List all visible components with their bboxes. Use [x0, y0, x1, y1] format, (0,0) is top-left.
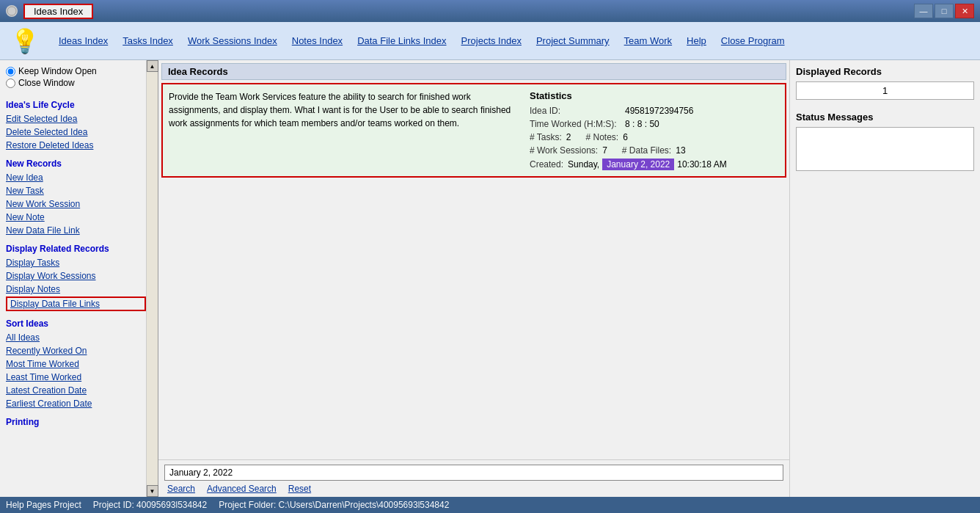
data-files-label: # Data Files: [622, 145, 671, 156]
status-messages-value [796, 127, 974, 171]
menu-item-work-sessions-index[interactable]: Work Sessions Index [182, 32, 283, 49]
content-area: Idea Records Provide the Team Work Servi… [158, 60, 789, 497]
time-worked-value: 8 : 8 : 50 [625, 119, 659, 129]
display-notes-link[interactable]: Display Notes [6, 283, 146, 295]
project-id-label: Project ID: 40095693l534842 [93, 500, 207, 510]
most-time-worked-link[interactable]: Most Time Worked [6, 358, 146, 370]
center-panel: ▲ ▼ Idea Records Provide the Team Work S… [147, 60, 789, 497]
new-work-session-link[interactable]: New Work Session [6, 198, 146, 210]
created-day: Sunday, [568, 159, 599, 170]
earliest-creation-date-link[interactable]: Earliest Creation Date [6, 398, 146, 410]
new-records-section: New Records [6, 159, 146, 169]
menu-item-close-program[interactable]: Close Program [715, 32, 791, 49]
displayed-records-title: Displayed Records [796, 66, 974, 77]
search-input-row [164, 465, 783, 481]
new-data-file-link-link[interactable]: New Data File Link [6, 225, 146, 236]
notes-label: # Notes: [586, 132, 619, 142]
status-bar: Help Pages Project Project ID: 40095693l… [0, 497, 980, 513]
statistics-header: Statistics [530, 90, 779, 101]
displayed-records-value: 1 [796, 81, 974, 100]
edit-selected-idea-link[interactable]: Edit Selected Idea [6, 113, 146, 125]
scroll-down-button[interactable]: ▼ [147, 485, 158, 497]
latest-creation-date-link[interactable]: Latest Creation Date [6, 385, 146, 396]
created-time: 10:30:18 AM [677, 159, 726, 170]
delete-selected-idea-link[interactable]: Delete Selected Idea [6, 126, 146, 138]
data-files-value: 13 [676, 145, 685, 156]
idea-records-list: Provide the Team Work Services feature t… [158, 80, 789, 459]
search-button[interactable]: Search [167, 484, 195, 494]
recently-worked-on-link[interactable]: Recently Worked On [6, 345, 146, 357]
restore-deleted-ideas-link[interactable]: Restore Deleted Ideas [6, 139, 146, 151]
keep-window-open-radio[interactable]: Keep Window Open [6, 66, 146, 76]
ideas-lifecycle-section: Idea's Life Cycle [6, 100, 146, 110]
time-h: 8 [625, 119, 630, 129]
display-data-file-links-link[interactable]: Display Data File Links [6, 296, 146, 311]
idea-records-header: Idea Records [161, 63, 786, 80]
idea-description: Provide the Team Work Services feature t… [169, 90, 521, 170]
menu-item-project-summary[interactable]: Project Summary [530, 32, 615, 49]
restore-button[interactable]: □ [935, 4, 954, 18]
printing-section: Printing [6, 417, 146, 427]
bulb-icon: 💡 [10, 27, 40, 55]
search-input[interactable] [164, 465, 783, 481]
display-tasks-link[interactable]: Display Tasks [6, 257, 146, 269]
main-content: Keep Window Open Close Window Idea's Lif… [0, 60, 980, 497]
title-bar-left: Ideas Index [6, 4, 93, 19]
main-window: Ideas Index — □ ✕ 💡 Ideas Index Tasks In… [0, 0, 980, 513]
notes-pair: # Notes: 6 [586, 132, 628, 142]
svg-point-0 [7, 7, 16, 15]
vertical-scrollbar[interactable]: ▲ ▼ [147, 60, 158, 497]
created-row: Created: Sunday, January 2, 2022 10:30:1… [530, 159, 779, 170]
status-messages-title: Status Messages [796, 112, 974, 123]
menu-item-data-file-links-index[interactable]: Data File Links Index [351, 32, 452, 49]
least-time-worked-link[interactable]: Least Time Worked [6, 371, 146, 383]
window-controls: — □ ✕ [914, 4, 974, 18]
window-mode-group: Keep Window Open Close Window [6, 66, 146, 88]
scroll-track [147, 72, 158, 485]
close-window-radio[interactable]: Close Window [6, 78, 146, 88]
display-related-records-section: Display Related Records [6, 244, 146, 254]
menu-bar: 💡 Ideas Index Tasks Index Work Sessions … [0, 22, 980, 60]
new-idea-link[interactable]: New Idea [6, 172, 146, 183]
menu-item-tasks-index[interactable]: Tasks Index [117, 32, 179, 49]
reset-button[interactable]: Reset [288, 484, 311, 494]
created-label: Created: [530, 159, 563, 170]
search-bar: Search Advanced Search Reset [158, 459, 789, 497]
status-messages-section: Status Messages [796, 112, 974, 171]
sidebar: Keep Window Open Close Window Idea's Lif… [0, 60, 147, 497]
work-sessions-pair: # Work Sessions: 7 [530, 145, 607, 156]
time-s: 50 [649, 119, 659, 129]
menu-item-help[interactable]: Help [681, 32, 712, 49]
idea-id-value: 49581972394756 [625, 106, 693, 116]
new-task-link[interactable]: New Task [6, 185, 146, 197]
work-sessions-value: 7 [602, 145, 607, 156]
right-panel: Displayed Records 1 Status Messages [789, 60, 980, 497]
displayed-records-section: Displayed Records 1 [796, 66, 974, 100]
menu-item-team-work[interactable]: Team Work [618, 32, 679, 49]
menu-item-ideas-index[interactable]: Ideas Index [53, 32, 114, 49]
app-logo: 💡 [6, 24, 44, 58]
menu-item-notes-index[interactable]: Notes Index [286, 32, 348, 49]
advanced-search-button[interactable]: Advanced Search [207, 484, 277, 494]
new-note-link[interactable]: New Note [6, 211, 146, 223]
work-sessions-label: # Work Sessions: [530, 145, 598, 156]
scroll-up-button[interactable]: ▲ [147, 60, 158, 72]
minimize-button[interactable]: — [914, 4, 933, 18]
project-folder-label: Project Folder: C:\Users\Darren\Projects… [219, 500, 449, 510]
tasks-label: # Tasks: [530, 132, 562, 142]
menu-item-projects-index[interactable]: Projects Index [456, 32, 527, 49]
app-icon [6, 5, 18, 17]
window-title: Ideas Index [23, 4, 93, 19]
idea-statistics: Statistics Idea ID: 49581972394756 Time … [530, 90, 779, 170]
close-button[interactable]: ✕ [955, 4, 974, 18]
menu-items: Ideas Index Tasks Index Work Sessions In… [53, 32, 791, 49]
data-files-pair: # Data Files: 13 [622, 145, 686, 156]
tasks-pair: # Tasks: 2 [530, 132, 571, 142]
display-work-sessions-link[interactable]: Display Work Sessions [6, 270, 146, 282]
time-m: 8 [637, 119, 643, 129]
all-ideas-link[interactable]: All Ideas [6, 332, 146, 343]
help-project-label: Help Pages Project [6, 500, 81, 510]
created-date: January 2, 2022 [602, 159, 674, 170]
idea-id-row: Idea ID: 49581972394756 [530, 106, 779, 116]
idea-card: Provide the Team Work Services feature t… [161, 83, 786, 178]
